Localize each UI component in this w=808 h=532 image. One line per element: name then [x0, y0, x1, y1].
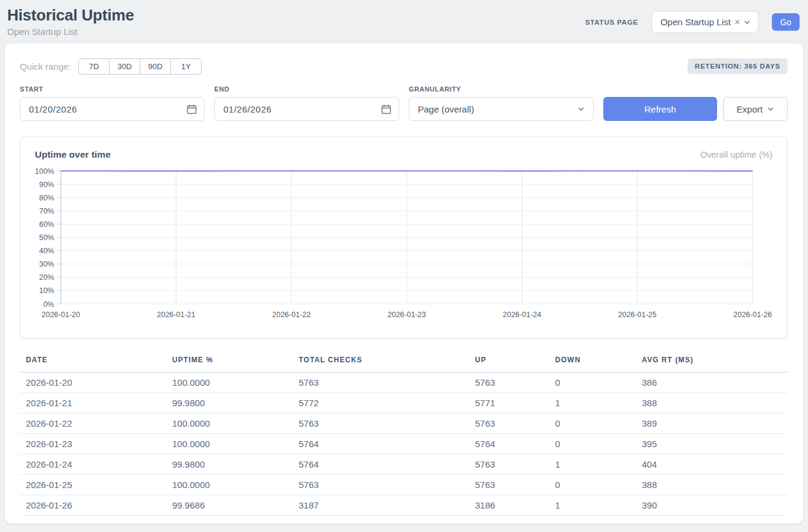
uptime-table: DATEUPTIME %TOTAL CHECKSUPDOWNAVG RT (MS… — [20, 353, 788, 516]
svg-text:20%: 20% — [39, 273, 54, 282]
table-cell: 388 — [636, 475, 788, 495]
chart-title: Uptime over time — [35, 149, 111, 160]
table-cell: 5772 — [293, 393, 469, 413]
quick-range-group: 7D30D90D1Y — [78, 58, 202, 75]
table-row: 2026-01-2499.9800576457631404 — [20, 454, 788, 475]
uptime-chart-card: Uptime over time Overall uptime (%) 0%10… — [20, 137, 788, 339]
table-cell: 0 — [549, 373, 636, 393]
quick-range-group-wrap: Quick range: 7D30D90D1Y — [20, 58, 202, 75]
end-date-field-wrap: END — [214, 85, 399, 121]
status-page-label: STATUS PAGE — [585, 19, 638, 26]
table-cell: 386 — [636, 373, 788, 393]
quick-range-30d-button[interactable]: 30D — [109, 58, 140, 75]
table-cell: 390 — [636, 495, 788, 516]
table-cell: 395 — [636, 434, 788, 454]
table-row: 2026-01-2699.9686318731861390 — [20, 495, 788, 516]
table-cell: 1 — [549, 393, 636, 413]
table-cell: 2026-01-23 — [20, 434, 166, 454]
calendar-icon[interactable] — [381, 104, 391, 114]
end-date-input[interactable] — [215, 104, 399, 114]
table-cell: 1 — [549, 454, 636, 475]
table-cell: 5764 — [469, 434, 549, 454]
table-cell: 404 — [636, 454, 788, 475]
granularity-field-wrap: GRANULARITY Page (overall) — [409, 85, 594, 121]
granularity-label: GRANULARITY — [409, 85, 594, 93]
refresh-button[interactable]: Refresh — [603, 97, 717, 121]
chevron-down-icon — [577, 105, 585, 113]
column-header: TOTAL CHECKS — [293, 353, 469, 373]
table-cell: 2026-01-24 — [20, 454, 166, 475]
quick-range-label: Quick range: — [20, 61, 71, 72]
historical-uptime-page: Historical Uptime Open Startup List STAT… — [0, 0, 808, 532]
main-panel: Quick range: 7D30D90D1Y RETENTION: 365 D… — [5, 43, 803, 524]
table-cell: 2026-01-25 — [20, 475, 166, 495]
end-date-label: END — [214, 85, 399, 93]
column-header: AVG RT (MS) — [636, 353, 788, 373]
svg-text:0%: 0% — [43, 300, 54, 309]
uptime-line-chart: 0%10%20%30%40%50%60%70%80%90%100%2026-01… — [20, 166, 786, 321]
go-button[interactable]: Go — [772, 13, 800, 31]
quick-range-1y-button[interactable]: 1Y — [170, 58, 202, 75]
page-subtitle: Open Startup List — [7, 26, 134, 37]
start-date-field-wrap: START — [20, 85, 205, 121]
header-titles: Historical Uptime Open Startup List — [7, 6, 134, 37]
export-button[interactable]: Export — [723, 97, 788, 121]
table-head: DATEUPTIME %TOTAL CHECKSUPDOWNAVG RT (MS… — [20, 353, 788, 373]
svg-text:100%: 100% — [35, 167, 54, 176]
table-cell: 5763 — [469, 475, 549, 495]
table-cell: 0 — [549, 475, 636, 495]
svg-text:2026-01-24: 2026-01-24 — [503, 311, 541, 319]
table-row: 2026-01-2199.9800577257711388 — [20, 393, 788, 413]
column-header: UP — [469, 353, 549, 373]
table-body: 2026-01-20100.00005763576303862026-01-21… — [20, 373, 788, 516]
svg-text:2026-01-20: 2026-01-20 — [42, 311, 80, 319]
calendar-icon[interactable] — [187, 104, 197, 114]
table-cell: 389 — [636, 413, 788, 434]
svg-text:90%: 90% — [39, 181, 54, 189]
quick-range-90d-button[interactable]: 90D — [140, 58, 171, 75]
table-cell: 0 — [549, 413, 636, 434]
page-title: Historical Uptime — [7, 6, 134, 25]
status-page-select[interactable]: Open Startup List × — [651, 11, 759, 33]
column-header: DATE — [20, 353, 166, 373]
status-page-controls: STATUS PAGE Open Startup List × Go — [585, 6, 800, 33]
granularity-select[interactable]: Page (overall) — [409, 97, 594, 121]
table-row: 2026-01-20100.0000576357630386 — [20, 373, 788, 393]
chart-legend: Overall uptime (%) — [700, 150, 772, 159]
table-cell: 0 — [549, 434, 636, 454]
svg-text:2026-01-26: 2026-01-26 — [733, 311, 772, 319]
table-row: 2026-01-25100.0000576357630388 — [20, 475, 788, 495]
table-cell: 5763 — [469, 454, 549, 475]
table-cell: 2026-01-22 — [20, 413, 166, 434]
table-cell: 5763 — [469, 413, 549, 434]
svg-text:40%: 40% — [39, 247, 54, 255]
svg-text:2026-01-25: 2026-01-25 — [618, 311, 657, 319]
table-cell: 100.0000 — [166, 475, 293, 495]
chevron-down-icon — [744, 19, 751, 26]
table-cell: 99.9686 — [166, 495, 293, 516]
table-cell: 2026-01-26 — [20, 495, 166, 516]
column-header: UPTIME % — [166, 353, 293, 373]
chevron-down-icon — [767, 105, 774, 113]
column-header: DOWN — [549, 353, 636, 373]
table-cell: 3186 — [469, 495, 549, 516]
end-date-input-wrap — [214, 97, 399, 121]
table-cell: 5764 — [293, 434, 469, 454]
svg-text:50%: 50% — [39, 234, 54, 242]
svg-text:10%: 10% — [39, 286, 54, 295]
start-date-input-wrap — [20, 97, 205, 121]
table-cell: 5763 — [293, 475, 469, 495]
chart-header: Uptime over time Overall uptime (%) — [20, 137, 787, 166]
table-cell: 3187 — [293, 495, 469, 516]
table-row: 2026-01-23100.0000576457640395 — [20, 434, 788, 454]
table-cell: 5763 — [469, 373, 549, 393]
quick-range-7d-button[interactable]: 7D — [78, 58, 110, 75]
start-date-input[interactable] — [20, 104, 204, 114]
table-cell: 100.0000 — [166, 434, 293, 454]
table-cell: 2026-01-20 — [20, 373, 166, 393]
svg-text:70%: 70% — [39, 207, 54, 215]
table-cell: 5764 — [293, 454, 469, 475]
table-cell: 5763 — [293, 413, 469, 434]
svg-text:2026-01-23: 2026-01-23 — [388, 311, 426, 319]
clear-icon[interactable]: × — [735, 17, 740, 27]
